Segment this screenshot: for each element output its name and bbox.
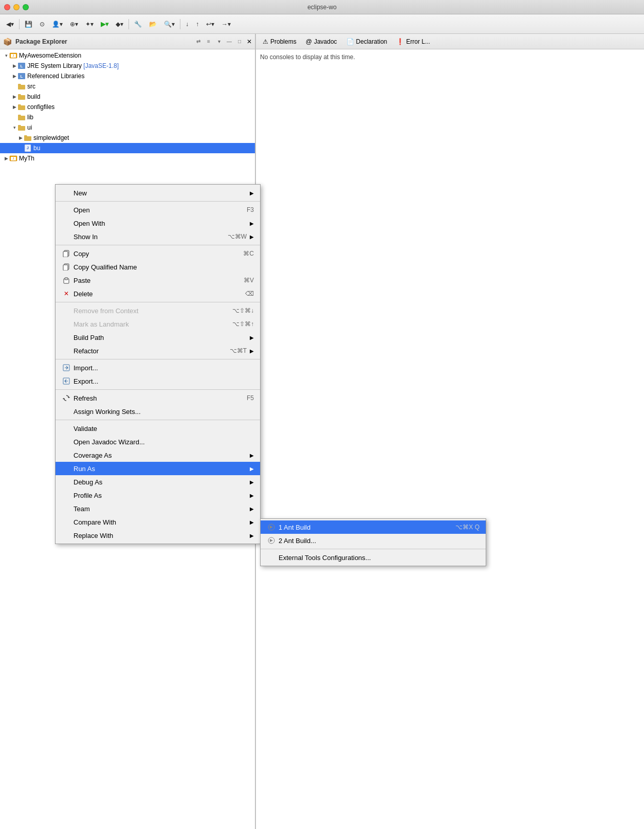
debug-as-submenu-arrow: ▶ [250, 479, 254, 485]
nav-back2-button[interactable]: ↩▾ [203, 17, 217, 31]
menu-item-refresh[interactable]: Refresh F5 [56, 391, 260, 405]
menu-item-paste[interactable]: Paste ⌘V [56, 274, 260, 287]
view-menu-icon[interactable]: ▾ [215, 38, 223, 46]
minimize-panel-icon[interactable]: — [225, 38, 233, 46]
nav-fwd-button[interactable]: →▾ [218, 17, 234, 31]
menu-item-open-label: Open [73, 206, 236, 214]
tree-item-awesome[interactable]: ▾ J MyAwesomeExtension [0, 50, 255, 61]
menu-item-build-path-label: Build Path [73, 334, 247, 341]
package-explorer-icon: 📦 [3, 38, 12, 46]
menu-separator-6 [56, 420, 260, 420]
svg-rect-15 [63, 265, 68, 271]
run-button[interactable]: ▶▾ [98, 17, 112, 31]
collapse-all-icon[interactable]: ≡ [205, 38, 213, 46]
refresh-shortcut: F5 [247, 394, 254, 402]
sync-icon[interactable]: ⇄ [194, 38, 203, 46]
tree-item-jre[interactable]: ▶ L JRE System Library [JavaSE-1.8] [0, 61, 255, 71]
history-button[interactable]: ⊙ [36, 17, 48, 31]
tab-declaration-label: Declaration [356, 38, 388, 45]
compare-with-icon [62, 517, 71, 527]
submenu-item-ant-build-2[interactable]: 2 Ant Build... [261, 534, 486, 547]
tree-item-src[interactable]: ▶ src [0, 81, 255, 92]
nav-down-button[interactable]: ↓ [182, 17, 192, 31]
profile-button[interactable]: 👤▾ [49, 17, 66, 31]
ext-tools-button[interactable]: ◆▾ [113, 17, 126, 31]
tab-declaration[interactable]: 📄 Declaration [342, 35, 392, 48]
menu-item-delete[interactable]: ✕ Delete ⌫ [56, 287, 260, 300]
zoom-window-button[interactable] [23, 4, 29, 10]
menu-item-open[interactable]: Open F3 [56, 203, 260, 217]
folder-icon-build [17, 93, 26, 101]
tree-item-myth[interactable]: ▶ J MyTh [0, 153, 255, 164]
tree-arrow-configfiles: ▶ [11, 104, 17, 110]
tab-problems[interactable]: ⚠ Problems [258, 35, 301, 48]
tree-item-reflibs[interactable]: ▶ L Referenced Libraries [0, 71, 255, 81]
menu-item-validate[interactable]: Validate [56, 422, 260, 435]
profile-as-submenu-arrow: ▶ [250, 493, 254, 498]
menu-item-export[interactable]: Export... [56, 374, 260, 388]
tree-item-bu[interactable]: ▶ J bu [0, 143, 255, 153]
toolbar-separator-3 [180, 19, 180, 29]
menu-item-copy[interactable]: Copy ⌘C [56, 247, 260, 260]
menu-item-new[interactable]: New ▶ [56, 186, 260, 200]
maximize-panel-icon[interactable]: □ [235, 38, 244, 46]
menu-item-landmark[interactable]: Mark as Landmark ⌥⇧⌘↑ [56, 317, 260, 331]
external-tools-label: External Tools Configurations... [279, 554, 480, 562]
tree-item-configfiles[interactable]: ▶ configfiles [0, 102, 255, 112]
tree-item-ui[interactable]: ▾ ui [0, 122, 255, 133]
menu-item-assign-working-sets[interactable]: Assign Working Sets... [56, 405, 260, 418]
submenu-separator-1 [261, 549, 486, 549]
svg-text:J: J [13, 54, 14, 57]
menu-item-copy-qualified[interactable]: Copy Qualified Name [56, 260, 260, 274]
no-console-message: No consoles to display at this time. [260, 53, 355, 61]
minimize-window-button[interactable] [13, 4, 20, 10]
menu-item-remove-context[interactable]: Remove from Context ⌥⇧⌘↓ [56, 304, 260, 317]
menu-item-show-in[interactable]: Show In ⌥⌘W ▶ [56, 230, 260, 243]
tree-item-lib[interactable]: ▶ lib [0, 112, 255, 122]
menu-item-landmark-label: Mark as Landmark [73, 320, 222, 328]
menu-item-debug-as[interactable]: Debug As ▶ [56, 475, 260, 489]
project-icon-awesome: J [9, 51, 17, 60]
new-element-button[interactable]: ⊕▾ [67, 17, 81, 31]
close-panel-icon[interactable]: ✕ [247, 38, 252, 45]
tree-item-simplewidget[interactable]: ▶ simplewidget [0, 133, 255, 143]
tree-item-build[interactable]: ▶ build [0, 92, 255, 102]
tab-error-log[interactable]: ❗ Error L... [392, 35, 435, 48]
tools-button[interactable]: 🔧 [131, 17, 145, 31]
search-button[interactable]: 🔍▾ [161, 17, 178, 31]
tab-problems-label: Problems [270, 38, 297, 45]
menu-item-refactor-label: Refactor [73, 347, 219, 355]
tree-label-jre: JRE System Library [JavaSE-1.8] [27, 62, 119, 69]
nav-up-button[interactable]: ↑ [193, 17, 202, 31]
nav-back-button[interactable]: ◀▾ [3, 17, 17, 31]
traffic-lights [4, 4, 29, 10]
menu-item-open-javadoc[interactable]: Open Javadoc Wizard... [56, 435, 260, 448]
package-explorer-header: 📦 Package Explorer ⇄ ≡ ▾ — □ ✕ [0, 34, 255, 49]
menu-item-replace-with-label: Replace With [73, 532, 247, 539]
menu-item-team[interactable]: Team ▶ [56, 502, 260, 515]
menu-item-open-with[interactable]: Open With ▶ [56, 217, 260, 230]
menu-item-export-label: Export... [73, 377, 254, 385]
menu-item-replace-with[interactable]: Replace With ▶ [56, 529, 260, 542]
menu-item-coverage-as[interactable]: Coverage As ▶ [56, 448, 260, 462]
debug-config-button[interactable]: ✦▾ [82, 17, 97, 31]
team-icon [62, 504, 71, 513]
menu-item-refactor[interactable]: Refactor ⌥⌘T ▶ [56, 344, 260, 357]
tab-javadoc[interactable]: @ Javadoc [301, 35, 342, 48]
close-window-button[interactable] [4, 4, 10, 10]
submenu-item-external-tools[interactable]: External Tools Configurations... [261, 551, 486, 564]
menu-item-build-path[interactable]: Build Path ▶ [56, 331, 260, 344]
save-button[interactable]: 💾 [22, 17, 35, 31]
tree-arrow-build: ▶ [11, 94, 17, 100]
console-content: No consoles to display at this time. [256, 49, 644, 65]
menu-item-run-as-label: Run As [73, 465, 247, 473]
menu-item-compare-with[interactable]: Compare With ▶ [56, 515, 260, 529]
open-button[interactable]: 📂 [146, 17, 160, 31]
submenu-item-ant-build-1[interactable]: 1 Ant Build ⌥⌘X Q [261, 520, 486, 534]
copy-icon [62, 249, 71, 258]
team-submenu-arrow: ▶ [250, 506, 254, 512]
menu-item-profile-as[interactable]: Profile As ▶ [56, 489, 260, 502]
menu-item-run-as[interactable]: Run As ▶ [56, 462, 260, 475]
menu-item-import[interactable]: Import... [56, 361, 260, 374]
tree-label-awesome: MyAwesomeExtension [19, 52, 81, 59]
